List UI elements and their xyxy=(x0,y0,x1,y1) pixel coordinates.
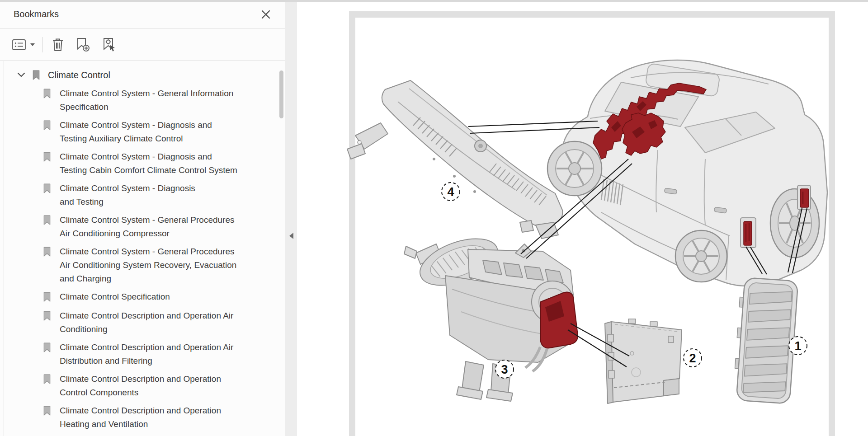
filter-door-illustration xyxy=(605,319,682,403)
bookmark-item[interactable]: Climate Control Description and Operatio… xyxy=(0,370,277,402)
bookmark-label: Climate Control xyxy=(48,68,110,82)
svg-text:4: 4 xyxy=(447,185,454,199)
bookmark-root-climate-control[interactable]: Climate Control xyxy=(0,66,277,84)
go-to-bookmark-button[interactable] xyxy=(101,37,117,53)
delete-bookmark-button[interactable] xyxy=(51,37,65,52)
bookmark-icon xyxy=(42,372,52,387)
bookmark-icon xyxy=(42,341,52,355)
bookmarks-panel: Bookmarks xyxy=(0,2,285,436)
bookmark-label: Climate Control Description and Operatio… xyxy=(60,309,269,336)
bookmark-label: Climate Control System - General Procedu… xyxy=(60,245,269,286)
bookmark-item[interactable]: Climate Control System - Diagnosis and T… xyxy=(0,179,277,211)
bookmark-item[interactable]: Climate Control System - General Procedu… xyxy=(0,243,277,288)
panel-scrollbar-thumb[interactable] xyxy=(279,70,283,118)
bookmark-icon xyxy=(42,245,52,259)
bookmark-label: Climate Control System - General Procedu… xyxy=(60,213,269,240)
bookmark-icon xyxy=(42,290,52,305)
svg-text:2: 2 xyxy=(689,352,696,365)
bookmark-label: Climate Control System - Diagnosis and T… xyxy=(60,182,269,209)
add-bookmark-icon xyxy=(75,37,91,53)
bookmark-item[interactable]: Climate Control System - Diagnosis and T… xyxy=(0,116,277,148)
bookmark-icon xyxy=(42,150,52,164)
bookmark-icon xyxy=(42,213,52,228)
rear-wheel xyxy=(675,230,727,282)
bookmark-icon xyxy=(42,404,52,418)
svg-text:1: 1 xyxy=(794,339,801,353)
bookmark-label: Climate Control System - Diagnosis and T… xyxy=(60,150,269,177)
bookmark-icon xyxy=(42,182,52,196)
close-panel-button[interactable] xyxy=(260,9,271,20)
bookmarks-toolbar xyxy=(0,28,285,61)
bookmark-label: Climate Control Specification xyxy=(60,290,269,304)
bookmark-item[interactable]: Climate Control Description and Operatio… xyxy=(0,307,277,338)
bookmark-item[interactable]: Climate Control System - General Informa… xyxy=(0,84,277,116)
bookmark-icon xyxy=(32,68,42,82)
options-menu-icon xyxy=(12,38,27,52)
callout-2: 2 xyxy=(684,349,702,367)
add-bookmark-button[interactable] xyxy=(75,37,91,53)
panel-gutter xyxy=(285,2,297,436)
front-wheel xyxy=(547,141,602,196)
bookmark-label: Climate Control Description and Operatio… xyxy=(60,372,269,399)
bookmark-icon xyxy=(42,87,52,101)
spare-wheel xyxy=(770,189,819,258)
close-icon xyxy=(260,9,271,20)
collapse-panel-button[interactable] xyxy=(288,230,295,241)
vent-grille-illustration xyxy=(733,277,798,404)
callout-1: 1 xyxy=(789,337,807,355)
expand-chevron-icon[interactable] xyxy=(17,68,27,82)
bookmark-label: Climate Control Description and Operatio… xyxy=(60,341,269,368)
bookmark-label: Climate Control System - General Informa… xyxy=(60,87,269,114)
bookmarks-panel-header: Bookmarks xyxy=(0,2,285,28)
bookmark-item[interactable]: Climate Control System - General Procedu… xyxy=(0,211,277,243)
hvac-unit-illustration xyxy=(404,230,578,401)
bookmark-icon xyxy=(42,309,52,323)
toolbar-divider xyxy=(42,37,43,52)
svg-text:3: 3 xyxy=(501,363,508,376)
callout-4: 4 xyxy=(442,183,460,201)
bookmark-item[interactable]: Climate Control Specification xyxy=(0,288,277,307)
bookmark-label: Climate Control System - Diagnosis and T… xyxy=(60,118,269,145)
cowl-panel-illustration xyxy=(347,80,562,239)
bookmark-icon xyxy=(42,118,52,133)
highlighted-blower-cover xyxy=(541,292,578,348)
panel-title: Bookmarks xyxy=(14,9,59,19)
collapse-arrow-icon xyxy=(288,230,295,241)
vehicle-illustration xyxy=(547,60,827,286)
pdf-viewer-window: 4 3 2 1 xyxy=(0,0,868,436)
chevron-down-icon xyxy=(30,43,35,47)
window-top-edge xyxy=(0,0,868,2)
bookmarks-list: Climate Control Climate Control System -… xyxy=(0,61,277,436)
bookmark-item[interactable]: Climate Control System - Diagnosis and T… xyxy=(0,148,277,179)
bookmark-options-button[interactable] xyxy=(12,38,35,52)
callout-3: 3 xyxy=(495,360,514,378)
trash-icon xyxy=(51,37,65,52)
bookmark-item[interactable]: Climate Control Description and Operatio… xyxy=(0,402,277,433)
go-to-bookmark-icon xyxy=(101,37,117,53)
bookmark-item[interactable]: Climate Control Description and Operatio… xyxy=(0,338,277,370)
bookmark-label: Climate Control Description and Operatio… xyxy=(60,404,269,431)
